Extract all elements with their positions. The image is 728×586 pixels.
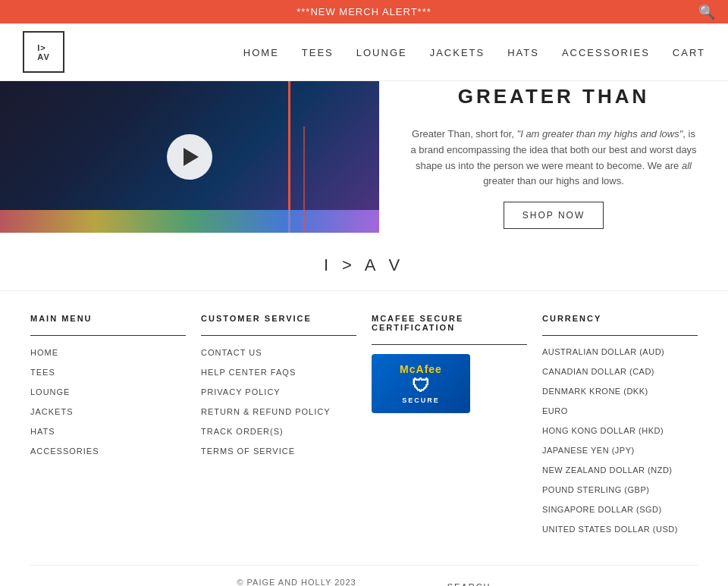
play-button[interactable] xyxy=(167,134,212,180)
footer-customer-service: CUSTOMER SERVICE CONTACT US HELP CENTER … xyxy=(201,314,356,542)
nav-item-accessories[interactable]: ACCESSORIES xyxy=(562,45,650,59)
customer-service-list: CONTACT US HELP CENTER FAQS PRIVACY POLI… xyxy=(201,345,356,457)
footer-bottom: © PAIGE AND HOLLY 2023 SEARCH AMEX Pay ⊙… xyxy=(30,565,698,586)
search-icon[interactable]: 🔍 xyxy=(698,4,716,20)
hero-section: GREATER THAN Greater Than, short for, "I… xyxy=(0,81,728,233)
hero-text: GREATER THAN Greater Than, short for, "I… xyxy=(379,81,728,233)
mcafee-secure-text: SECURE xyxy=(384,396,458,404)
nav-item-tees[interactable]: TEES xyxy=(302,45,334,59)
list-item[interactable]: HOME xyxy=(30,345,186,359)
nav-item-lounge[interactable]: LOUNGE xyxy=(356,45,407,59)
list-item[interactable]: SINGAPORE DOLLAR (SGD) xyxy=(542,503,698,516)
divider xyxy=(201,335,356,336)
alert-text: ***NEW MERCH ALERT*** xyxy=(297,6,431,17)
list-item[interactable]: HATS xyxy=(30,424,186,437)
logo-text: I>AV xyxy=(37,43,49,61)
currency-heading: CURRENCY xyxy=(542,314,698,323)
alert-bar: ***NEW MERCH ALERT*** 🔍 xyxy=(0,0,728,24)
list-item[interactable]: CANADIAN DOLLAR (CAD) xyxy=(542,365,698,378)
list-item[interactable]: TERMS OF SERVICE xyxy=(201,443,356,457)
nav-item-cart[interactable]: CART xyxy=(673,45,705,59)
list-item[interactable]: UNITED STATES DOLLAR (USD) xyxy=(542,522,698,536)
customer-service-heading: CUSTOMER SERVICE xyxy=(201,314,356,323)
footer: MAIN MENU HOME TEES LOUNGE JACKETS HATS … xyxy=(0,290,728,586)
main-menu-heading: MAIN MENU xyxy=(30,314,186,323)
hero-title: GREATER THAN xyxy=(458,85,650,108)
footer-currency: CURRENCY AUSTRALIAN DOLLAR (AUD) CANADIA… xyxy=(542,314,698,542)
footer-grid: MAIN MENU HOME TEES LOUNGE JACKETS HATS … xyxy=(30,314,698,542)
divider xyxy=(30,335,186,336)
list-item[interactable]: POUND STERLING (GBP) xyxy=(542,483,698,497)
nav-item-hats[interactable]: HATS xyxy=(507,45,539,59)
currency-list: AUSTRALIAN DOLLAR (AUD) CANADIAN DOLLAR … xyxy=(542,345,698,536)
mcafee-badge: McAfee 🛡 SECURE xyxy=(372,354,470,413)
copyright-text: © PAIGE AND HOLLY 2023 xyxy=(237,578,356,586)
mcafee-heading: MCAFEE SECURECERTIFICATION xyxy=(372,314,527,332)
hero-video xyxy=(0,81,379,233)
list-item[interactable]: NEW ZEALAND DOLLAR (NZD) xyxy=(542,463,698,477)
list-item[interactable]: JACKETS xyxy=(30,404,186,418)
mcafee-logo-text: McAfee xyxy=(384,363,458,375)
color-bands xyxy=(0,210,379,233)
shop-now-button[interactable]: SHOP NOW xyxy=(504,202,604,229)
main-menu-list: HOME TEES LOUNGE JACKETS HATS ACCESSORIE… xyxy=(30,345,186,457)
footer-copy-search: © PAIGE AND HOLLY 2023 SEARCH xyxy=(30,578,698,586)
nav-links: HOME TEES LOUNGE JACKETS HATS ACCESSORIE… xyxy=(243,45,705,59)
divider xyxy=(542,335,698,336)
nav-item-jackets[interactable]: JACKETS xyxy=(430,45,485,59)
list-item[interactable]: HELP CENTER FAQS xyxy=(201,365,356,378)
list-item[interactable]: DENMARK KRONE (DKK) xyxy=(542,384,698,398)
list-item[interactable]: TEES xyxy=(30,365,186,378)
mcafee-shield-icon: 🛡 xyxy=(384,375,458,396)
hero-description: Greater Than, short for, "I am greater t… xyxy=(410,127,698,190)
footer-main-menu: MAIN MENU HOME TEES LOUNGE JACKETS HATS … xyxy=(30,314,186,542)
logo[interactable]: I>AV xyxy=(23,31,64,73)
footer-mcafee: MCAFEE SECURECERTIFICATION McAfee 🛡 SECU… xyxy=(372,314,527,542)
navigation: I>AV HOME TEES LOUNGE JACKETS HATS ACCES… xyxy=(0,24,728,81)
center-logo: I > A V xyxy=(0,233,728,290)
list-item[interactable]: PRIVACY POLICY xyxy=(201,384,356,398)
nav-item-home[interactable]: HOME xyxy=(243,45,279,59)
list-item[interactable]: JAPANESE YEN (JPY) xyxy=(542,443,698,457)
list-item[interactable]: CONTACT US xyxy=(201,345,356,359)
list-item[interactable]: LOUNGE xyxy=(30,384,186,398)
search-link[interactable]: SEARCH xyxy=(447,582,491,586)
divider xyxy=(372,344,527,345)
list-item[interactable]: EURO xyxy=(542,404,698,418)
list-item[interactable]: TRACK ORDER(S) xyxy=(201,424,356,437)
list-item[interactable]: ACCESSORIES xyxy=(30,443,186,457)
list-item[interactable]: RETURN & REFUND POLICY xyxy=(201,404,356,418)
list-item[interactable]: HONG KONG DOLLAR (HKD) xyxy=(542,424,698,437)
list-item[interactable]: AUSTRALIAN DOLLAR (AUD) xyxy=(542,345,698,359)
